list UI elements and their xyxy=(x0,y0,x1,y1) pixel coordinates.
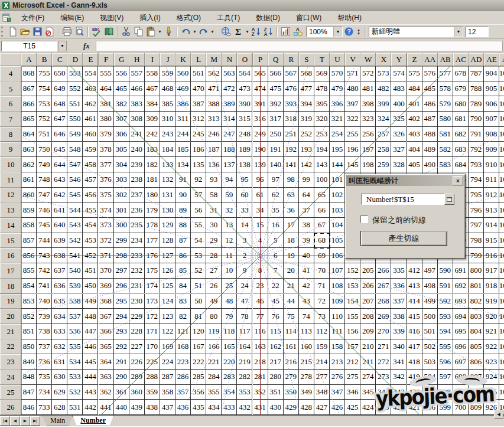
cell-U5[interactable]: 479 xyxy=(330,81,345,97)
cell-AB24[interactable]: 597 xyxy=(438,370,453,385)
cell-B20[interactable]: 739 xyxy=(37,309,52,324)
cell-Y7[interactable]: 325 xyxy=(391,112,407,127)
cell-I15[interactable]: 177 xyxy=(145,233,160,249)
cell-AD16[interactable]: 799 xyxy=(469,248,484,263)
cell-L21[interactable]: 120 xyxy=(191,324,206,339)
cell-U21[interactable]: 111 xyxy=(330,324,345,339)
cell-T7[interactable]: 320 xyxy=(314,112,330,127)
cell-C11[interactable]: 643 xyxy=(52,172,67,188)
cell-L6[interactable]: 387 xyxy=(191,96,206,112)
cell-D11[interactable]: 546 xyxy=(67,172,83,188)
row-header-4[interactable]: 4 xyxy=(0,66,21,81)
row-header-24[interactable]: 24 xyxy=(0,370,21,385)
paste-button[interactable] xyxy=(145,26,157,38)
cell-I21[interactable]: 171 xyxy=(145,324,160,339)
cell-A7[interactable]: 865 xyxy=(21,112,37,127)
cell-E5[interactable]: 463 xyxy=(83,81,98,97)
cell-C19[interactable]: 635 xyxy=(52,294,67,309)
cell-T26[interactable]: 427 xyxy=(314,400,330,415)
cell-R14[interactable]: 17 xyxy=(284,218,299,233)
cell-C14[interactable]: 640 xyxy=(52,218,67,233)
cell-W20[interactable]: 208 xyxy=(360,309,376,324)
cell-R17[interactable]: 20 xyxy=(284,263,299,279)
cell-Q5[interactable]: 475 xyxy=(268,81,284,97)
cell-H16[interactable]: 233 xyxy=(129,248,145,263)
cell-L20[interactable]: 81 xyxy=(191,309,206,324)
cell-AB5[interactable]: 578 xyxy=(438,81,453,97)
cell-R10[interactable]: 141 xyxy=(284,157,299,172)
cell-S12[interactable]: 64 xyxy=(299,188,314,203)
cell-AC18[interactable]: 692 xyxy=(453,279,469,294)
paste-dropdown-icon[interactable]: ▼ xyxy=(157,26,162,38)
scroll-left-icon[interactable]: ◀ xyxy=(494,410,503,419)
cell-S13[interactable]: 37 xyxy=(299,202,314,218)
cell-E7[interactable]: 461 xyxy=(83,112,98,127)
column-header-R[interactable]: R xyxy=(284,53,299,66)
cell-L24[interactable]: 285 xyxy=(191,370,206,385)
cell-D21[interactable]: 536 xyxy=(67,324,83,339)
row-header-14[interactable]: 14 xyxy=(0,218,21,233)
cell-K14[interactable]: 88 xyxy=(175,218,191,233)
column-header-X[interactable]: X xyxy=(376,53,391,66)
cell-F26[interactable]: 441 xyxy=(99,400,114,415)
cell-N9[interactable]: 188 xyxy=(222,142,237,158)
row-header-26[interactable]: 26 xyxy=(0,400,21,415)
cell-H15[interactable]: 234 xyxy=(129,233,145,249)
cell-AC10[interactable]: 684 xyxy=(453,157,469,172)
cell-A5[interactable]: 867 xyxy=(21,81,37,97)
cell-X4[interactable]: 573 xyxy=(376,66,391,81)
cell-V7[interactable]: 322 xyxy=(345,112,360,127)
cell-M14[interactable]: 30 xyxy=(206,218,222,233)
row-header-9[interactable]: 9 xyxy=(0,142,21,158)
first-sheet-icon[interactable]: |◀ xyxy=(0,416,10,426)
cell-Y4[interactable]: 574 xyxy=(391,66,407,81)
cell-U22[interactable]: 158 xyxy=(330,339,345,355)
cell-AB9[interactable]: 582 xyxy=(438,142,453,158)
cell-R15[interactable]: 18 xyxy=(284,233,299,249)
cell-C20[interactable]: 634 xyxy=(52,309,67,324)
row-header-12[interactable]: 12 xyxy=(0,188,21,203)
cell-V22[interactable]: 157 xyxy=(345,339,360,355)
cell-N5[interactable]: 472 xyxy=(222,81,237,97)
cell-AF16[interactable]: 1041 xyxy=(499,248,504,263)
cell-F15[interactable]: 372 xyxy=(99,233,114,249)
cell-J4[interactable]: 559 xyxy=(160,66,175,81)
cell-AA7[interactable]: 487 xyxy=(422,112,438,127)
column-header-D[interactable]: D xyxy=(67,53,83,66)
keep-previous-lines-checkbox[interactable] xyxy=(360,215,368,223)
cell-Q7[interactable]: 317 xyxy=(268,112,284,127)
cell-E9[interactable]: 459 xyxy=(83,142,98,158)
cell-E22[interactable]: 446 xyxy=(83,339,98,355)
cell-K4[interactable]: 560 xyxy=(175,66,191,81)
cell-M15[interactable]: 29 xyxy=(206,233,222,249)
cell-AE15[interactable]: 915 xyxy=(484,233,499,249)
cell-O25[interactable]: 353 xyxy=(237,385,252,400)
cell-AC22[interactable]: 696 xyxy=(453,339,469,355)
cell-N18[interactable]: 25 xyxy=(222,279,237,294)
cell-C4[interactable]: 650 xyxy=(52,66,67,81)
cell-D24[interactable]: 533 xyxy=(67,370,83,385)
cell-AD23[interactable]: 806 xyxy=(469,354,484,370)
cell-I4[interactable]: 558 xyxy=(145,66,160,81)
cell-N8[interactable]: 247 xyxy=(222,127,237,142)
cell-K16[interactable]: 86 xyxy=(175,248,191,263)
cell-K26[interactable]: 436 xyxy=(175,400,191,415)
cell-AF20[interactable]: 1045 xyxy=(499,309,504,324)
cell-V10[interactable]: 145 xyxy=(345,157,360,172)
cell-AC7[interactable]: 681 xyxy=(453,112,469,127)
cell-S22[interactable]: 160 xyxy=(299,339,314,355)
undo-button[interactable] xyxy=(180,26,192,38)
cell-V8[interactable]: 255 xyxy=(345,127,360,142)
cell-J11[interactable]: 132 xyxy=(160,172,175,188)
dialog-title-bar[interactable]: 叫匡拒既嶇膀计 × xyxy=(346,175,464,186)
cell-AE12[interactable]: 912 xyxy=(484,188,499,203)
cell-X24[interactable]: 273 xyxy=(376,370,391,385)
cell-L25[interactable]: 356 xyxy=(191,385,206,400)
row-header-7[interactable]: 7 xyxy=(0,112,21,127)
cell-D16[interactable]: 541 xyxy=(67,248,83,263)
cell-M6[interactable]: 388 xyxy=(206,96,222,112)
cell-reference-input[interactable]: Number!$T$15 xyxy=(361,194,444,205)
cell-AD12[interactable]: 795 xyxy=(469,188,484,203)
cell-C8[interactable]: 646 xyxy=(52,127,67,142)
cell-Z5[interactable]: 484 xyxy=(407,81,422,97)
